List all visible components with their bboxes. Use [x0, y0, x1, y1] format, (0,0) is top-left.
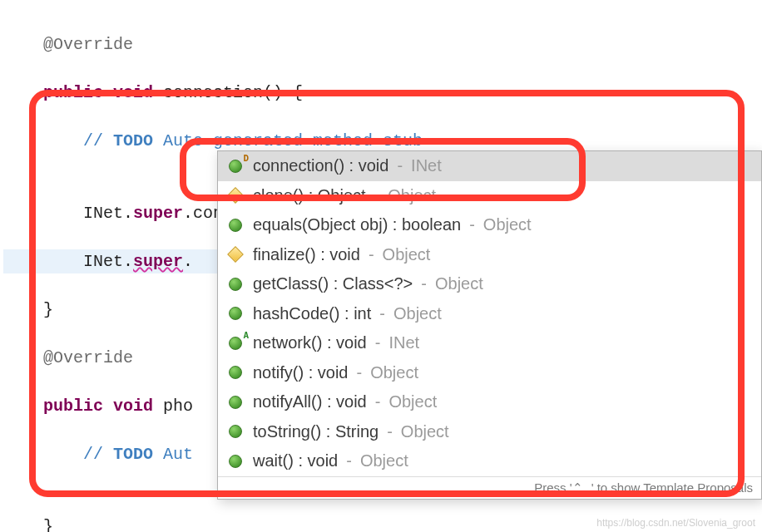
comment: Auto-generated method stub [153, 131, 423, 150]
public-method-icon [226, 304, 245, 323]
keyword: public [43, 397, 103, 416]
method-signature: connection() : void [253, 156, 388, 175]
method-signature: network() : void [253, 333, 367, 352]
autocomplete-list[interactable]: Dconnection() : void - INetclone() : Obj… [218, 151, 761, 476]
declaring-type: INet [388, 333, 419, 352]
code-line: @Override [3, 32, 762, 57]
autocomplete-item[interactable]: Dconnection() : void - INet [218, 151, 761, 181]
code-text: connection() { [153, 83, 303, 102]
comment: // [83, 445, 113, 464]
autocomplete-item[interactable]: Anetwork() : void - INet [218, 328, 761, 358]
keyword: void [113, 397, 153, 416]
code-line: public void connection() { [3, 81, 762, 105]
declaring-type: Object [401, 422, 449, 441]
autocomplete-item[interactable]: clone() : Object - Object [218, 181, 761, 211]
declaring-type: Object [388, 186, 436, 205]
autocomplete-item[interactable]: getClass() : Class<?> - Object [218, 269, 761, 299]
method-signature: equals(Object obj) : boolean [253, 215, 461, 234]
declaring-type: Object [360, 451, 408, 470]
public-method-icon: D [226, 157, 245, 175]
comment: // [83, 131, 113, 150]
method-signature: clone() : Object [253, 186, 366, 205]
autocomplete-item[interactable]: equals(Object obj) : boolean - Object [218, 210, 761, 240]
autocomplete-item[interactable]: notifyAll() : void - Object [218, 387, 761, 417]
declaring-type: Object [435, 274, 483, 293]
annotation: @Override [43, 35, 133, 54]
autocomplete-item[interactable]: wait() : void - Object [218, 446, 761, 476]
annotation: @Override [43, 348, 133, 367]
method-signature: toString() : String [253, 422, 379, 441]
autocomplete-footer: Press '⌃␣' to show Template Proposals [218, 476, 761, 499]
method-signature: getClass() : Class<?> [253, 274, 413, 293]
code-line: // TODO Auto-generated method stub [3, 129, 762, 153]
todo-tag: TODO [113, 131, 153, 150]
declaring-type: Object [388, 392, 437, 411]
autocomplete-item[interactable]: hashCode() : int - Object [218, 299, 761, 329]
watermark: https://blog.csdn.net/Slovenia_groot [596, 517, 755, 529]
autocomplete-item[interactable]: toString() : String - Object [218, 417, 761, 447]
method-signature: hashCode() : int [253, 304, 371, 323]
autocomplete-item[interactable]: finalize() : void - Object [218, 240, 761, 270]
method-signature: notify() : void [253, 363, 348, 382]
default-method-badge: D [243, 153, 249, 164]
public-method-icon [226, 216, 245, 234]
declaring-type: Object [393, 304, 442, 323]
protected-method-icon [226, 186, 245, 204]
comment: Aut [153, 445, 193, 464]
keyword-error: super [133, 252, 183, 271]
public-method-icon [226, 393, 245, 411]
public-method-icon [226, 422, 245, 441]
public-method-icon [226, 275, 245, 293]
autocomplete-item[interactable]: notify() : void - Object [218, 358, 761, 388]
autocomplete-popup[interactable]: Dconnection() : void - INetclone() : Obj… [217, 150, 762, 500]
keyword: super [133, 204, 183, 223]
declaring-type: Object [383, 245, 431, 264]
keyword: void [113, 83, 153, 102]
method-signature: finalize() : void [253, 245, 360, 264]
method-signature: notifyAll() : void [253, 392, 367, 411]
todo-tag: TODO [113, 445, 153, 464]
public-method-icon: A [226, 334, 245, 352]
method-signature: wait() : void [253, 451, 338, 470]
keyword: public [43, 83, 103, 102]
abstract-method-badge: A [243, 330, 249, 341]
declaring-type: Object [370, 363, 418, 382]
public-method-icon [226, 452, 245, 470]
declaring-type: Object [483, 215, 532, 234]
declaring-type: INet [411, 156, 442, 175]
public-method-icon [226, 363, 245, 382]
protected-method-icon [226, 245, 245, 264]
